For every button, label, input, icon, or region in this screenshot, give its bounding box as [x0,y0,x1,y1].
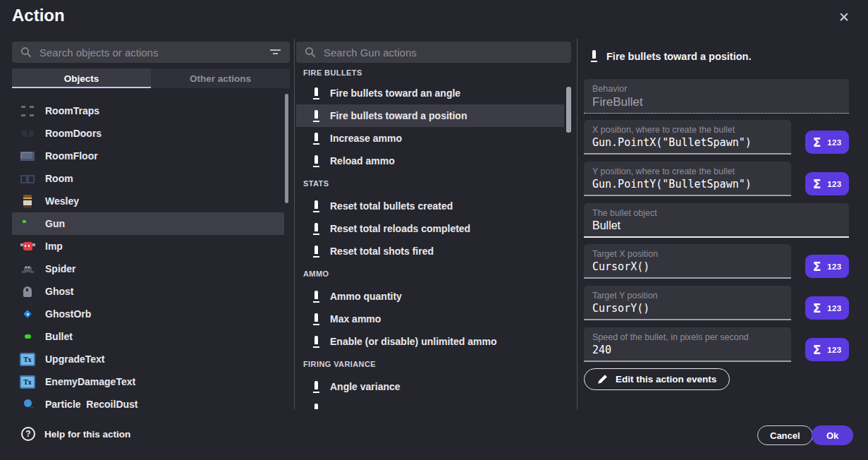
help-link[interactable]: ? Help for this action [21,427,130,441]
action-row-ammo-quantity[interactable]: Ammo quantity [296,285,564,308]
number-badge: 123 [827,304,841,313]
object-row-roomfloor[interactable]: RoomFloor [12,145,284,167]
imp-monster-icon [20,238,35,254]
room-icon [20,171,35,186]
action-row-increase-ammo[interactable]: Increase ammo [296,127,564,150]
x-position-field[interactable]: X position, where to create the bullet G… [584,120,791,155]
bullet-icon [591,50,597,62]
text-object-icon [20,374,35,389]
sigma-icon: Σ [813,343,821,357]
bullet-icon [313,133,319,145]
sigma-icon: Σ [813,177,821,191]
search-icon [20,47,32,58]
object-row-ghostorb[interactable]: GhostOrb [12,303,284,325]
object-row-upgradetext[interactable]: UpgradeText [12,348,284,370]
bullet-icon [313,246,319,258]
roomtraps-icon [20,103,35,119]
section-header: FIRE BULLETS [296,63,577,82]
expression-editor-button[interactable]: Σ 123 [805,338,849,361]
objects-list: RoomTraps RoomDoors RoomFloor Room Wesle… [12,99,290,408]
action-row-unlimited-ammo[interactable]: Enable (or disable) unlimited ammo [296,330,564,353]
object-row-imp[interactable]: Imp [12,235,284,258]
action-row-reset-total-bullets-created[interactable]: Reset total bullets created [296,195,564,217]
left-tabs: Objects Other actions [12,68,290,88]
sigma-icon: Σ [813,301,821,315]
ok-button[interactable]: Ok [812,425,853,445]
section-header: AMMO [296,262,577,285]
object-row-enemydamagetext[interactable]: EnemyDamageText [12,370,284,393]
bullet-icon [313,155,319,167]
field-row: Y position, where to create the bullet G… [584,162,849,196]
expression-editor-button[interactable]: Σ 123 [805,296,849,320]
bullet-object-field[interactable]: The bullet object Bullet [584,203,849,238]
action-row-fire-bullets-toward-a-position[interactable]: Fire bullets toward a position [296,104,564,127]
action-row-angle-variance[interactable]: Angle variance [296,375,564,398]
bullet-icon [313,381,319,393]
action-row-max-ammo[interactable]: Max ammo [296,308,564,330]
search-icon [305,47,316,58]
behavior-field: Behavior FireBullet [584,79,849,114]
bullet-icon [313,87,319,99]
action-row-reload-ammo[interactable]: Reload ammo [296,150,564,172]
field-row: Target X position CursorX() Σ 123 [584,244,849,279]
action-row-fire-bullets-toward-an-angle[interactable]: Fire bullets toward an angle [296,82,564,104]
number-badge: 123 [827,262,841,271]
objects-panel: Objects Other actions RoomTraps RoomDoor… [12,42,290,408]
target-x-field[interactable]: Target X position CursorX() [584,244,791,279]
panel-divider [294,39,295,409]
field-row: The bullet object Bullet [584,203,849,238]
edit-action-events-button[interactable]: Edit this action events [584,368,730,390]
action-row-reset-total-shots-fired[interactable]: Reset total shots fired [296,240,564,262]
actions-scrollbar[interactable] [566,87,571,133]
actions-panel: FIRE BULLETS Fire bullets toward an angl… [296,42,577,409]
action-description: Fire bullets toward a position. [584,50,751,62]
expression-editor-button[interactable]: Σ 123 [805,131,849,154]
close-icon[interactable]: ✕ [835,8,853,27]
number-badge: 123 [827,138,841,147]
filter-icon[interactable] [269,47,281,57]
bullet-icon [313,200,319,212]
speed-field[interactable]: Speed of the bullet, in pixels per secon… [584,327,791,362]
objects-search-box[interactable] [12,42,290,63]
bullet-icon [313,110,319,122]
number-badge: 123 [827,180,841,188]
objects-search-input[interactable] [39,47,262,59]
section-header: FIRING VARIANCE [296,353,577,375]
pencil-icon [597,374,608,385]
object-row-particle-recoildust[interactable]: Particle_RecoilDust [12,393,284,408]
cancel-button[interactable]: Cancel [757,425,813,445]
action-row-reset-total-reloads-completed[interactable]: Reset total reloads completed [296,217,564,240]
field-row: Target Y position CursorY() Σ 123 [584,286,849,320]
object-row-roomdoors[interactable]: RoomDoors [12,122,284,145]
field-row: X position, where to create the bullet G… [584,120,849,155]
object-row-gun[interactable]: Gun [12,212,284,235]
roomfloor-icon [20,148,35,164]
objects-scrollbar[interactable] [285,94,288,203]
roomdoors-icon [20,126,35,141]
tab-objects[interactable]: Objects [12,68,151,88]
bullet-icon [313,336,319,348]
object-row-bullet[interactable]: Bullet [12,325,284,348]
bullet-icon [313,291,319,303]
wesley-character-icon [20,193,35,209]
green-bullet-icon [20,329,35,344]
y-position-field[interactable]: Y position, where to create the bullet G… [584,162,791,196]
actions-search-box[interactable] [296,42,571,63]
object-row-spider[interactable]: Spider [12,258,284,280]
object-row-roomtraps[interactable]: RoomTraps [12,99,284,122]
expression-editor-button[interactable]: Σ 123 [805,172,849,195]
action-row-clipped[interactable] [296,398,564,409]
actions-search-input[interactable] [324,47,563,59]
orb-icon [20,306,35,322]
target-y-field[interactable]: Target Y position CursorY() [584,286,791,320]
tab-other-actions[interactable]: Other actions [151,68,290,88]
object-row-ghost[interactable]: Ghost [12,280,284,303]
ghost-icon [20,284,35,299]
field-row: Speed of the bullet, in pixels per secon… [584,327,849,362]
actions-list: FIRE BULLETS Fire bullets toward an angl… [296,63,577,409]
object-row-wesley[interactable]: Wesley [12,190,284,212]
spider-icon [20,261,35,277]
bullet-icon [313,313,319,325]
object-row-room[interactable]: Room [12,167,284,190]
expression-editor-button[interactable]: Σ 123 [805,255,849,278]
